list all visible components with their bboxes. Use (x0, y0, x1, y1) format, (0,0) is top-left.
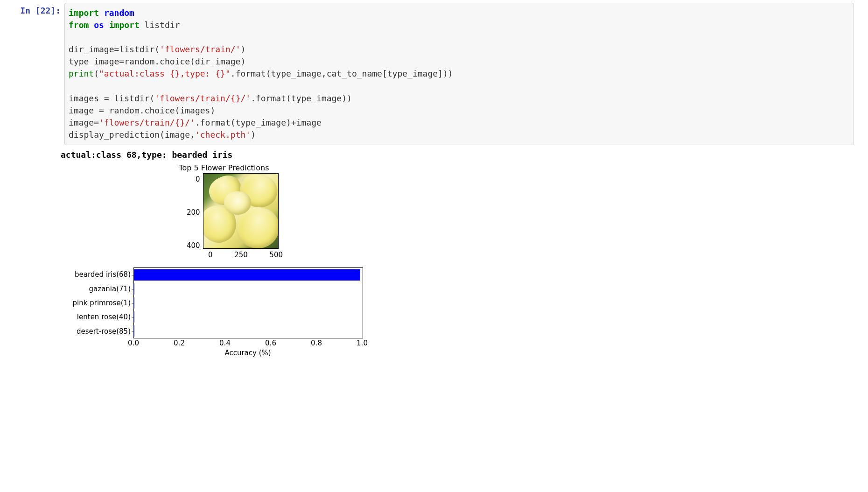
kw-from: from (69, 20, 89, 30)
output-body: actual:class 68,type: bearded iris Top 5… (61, 147, 862, 357)
input-prompt: In [22]: (6, 3, 64, 15)
bar (134, 297, 134, 309)
mod-os: os (94, 20, 104, 30)
stdout-line: actual:class 68,type: bearded iris (61, 150, 862, 160)
image-ytick: 0 (187, 175, 200, 183)
matplotlib-figure: Top 5 Flower Predictions 0 200 400 0 250 (61, 163, 471, 357)
bar-ylabel: lenten rose(40) (77, 310, 131, 323)
code-block[interactable]: import random from os import listdir dir… (69, 7, 850, 141)
bar (134, 283, 134, 295)
bar-xlabel: Accuracy (%) (133, 348, 362, 357)
code-input-area[interactable]: import random from os import listdir dir… (64, 3, 854, 145)
bar-xtick: 0.4 (219, 339, 231, 347)
image-xtick: 250 (234, 251, 248, 259)
flower-image (203, 173, 279, 249)
bar-ylabel: pink primrose(1) (73, 296, 131, 309)
bar-xaxis: 0.00.20.40.60.81.0 (133, 338, 362, 348)
code-cell: In [22]: import random from os import li… (0, 0, 868, 145)
image-subplot: 0 200 400 (187, 173, 471, 250)
bar-xtick: 0.2 (174, 339, 185, 347)
kw-import2: import (109, 20, 140, 30)
bar-ylabel: bearded iris(68) (75, 268, 131, 281)
bar-ylabels: bearded iris(68)gazania(71)pink primrose… (61, 267, 133, 338)
figure-title: Top 5 Flower Predictions (163, 163, 285, 172)
bar-xtick: 0.0 (128, 339, 139, 347)
bar-xtick: 0.8 (311, 339, 322, 347)
image-ytick: 200 (187, 208, 200, 217)
output-prompt-spacer (6, 147, 61, 357)
bar-xtick: 0.6 (265, 339, 276, 347)
mod-random: random (104, 8, 134, 18)
image-xtick: 0 (208, 251, 213, 259)
name-listdir: listdir (145, 20, 180, 30)
image-ytick: 400 (187, 241, 200, 250)
output-cell: actual:class 68,type: bearded iris Top 5… (0, 145, 868, 363)
image-yaxis: 0 200 400 (187, 173, 203, 250)
bar (134, 269, 360, 281)
bar (134, 311, 134, 323)
bar-subplot: bearded iris(68)gazania(71)pink primrose… (61, 267, 471, 338)
kw-import: import (69, 8, 99, 18)
petal-shape (224, 191, 251, 215)
bar-ylabel: gazania(71) (89, 282, 131, 295)
image-xtick: 500 (269, 251, 283, 259)
image-xaxis: 0 250 500 (208, 250, 283, 259)
bar-axes (133, 267, 363, 338)
bar-ylabel: desert-rose(85) (77, 325, 131, 338)
bar-xtick: 1.0 (357, 339, 368, 347)
bar (134, 325, 134, 337)
